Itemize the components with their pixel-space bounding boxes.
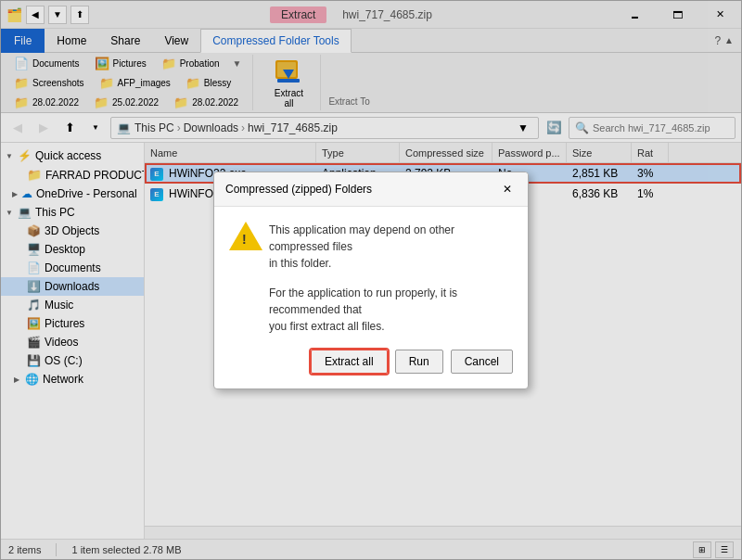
dialog-titlebar: Compressed (zipped) Folders ✕ [214,172,528,207]
dialog-message: This application may depend on other com… [269,222,513,335]
dialog-buttons: Extract all Run Cancel [229,350,513,374]
extract-all-dialog-button[interactable]: Extract all [311,350,388,374]
dialog-message-line4: you first extract all files. [269,318,513,335]
dialog-body: ! This application may depend on other c… [214,207,528,388]
cancel-button[interactable]: Cancel [451,350,513,374]
compressed-folders-dialog: Compressed (zipped) Folders ✕ ! This app… [213,172,529,389]
dialog-overlay: Compressed (zipped) Folders ✕ ! This app… [0,0,742,560]
dialog-title-text: Compressed (zipped) Folders [225,183,372,196]
dialog-close-button[interactable]: ✕ [498,180,517,198]
dialog-message-line2: in this folder. [269,255,513,272]
dialog-message-line1: This application may depend on other com… [269,222,513,255]
run-button[interactable]: Run [395,350,443,374]
dialog-content: ! This application may depend on other c… [229,222,513,335]
warning-icon: ! [229,222,258,255]
dialog-message-line3: For the application to run properly, it … [269,285,513,318]
